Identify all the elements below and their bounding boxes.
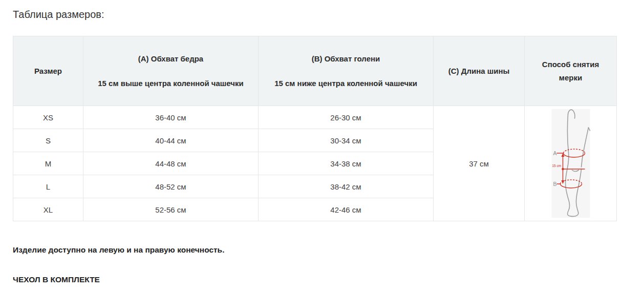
size-table-page: Таблица размеров: Размер (A) Обхват бедр… xyxy=(0,0,644,285)
measurement-diagram-cell: 15 cm A B xyxy=(525,106,617,221)
availability-note: Изделие доступно на левую и на правую ко… xyxy=(13,244,631,256)
distance-label: 15 cm xyxy=(552,164,561,168)
size-cell: XL xyxy=(13,198,83,221)
shin-cell: 30-34 см xyxy=(259,129,434,152)
label-a: A xyxy=(553,150,556,156)
size-table-header: Размер (A) Обхват бедра 15 см выше центр… xyxy=(13,36,617,106)
header-shin-stack: (B) Обхват голени 15 см ниже центра коле… xyxy=(264,54,428,89)
size-table: Размер (A) Обхват бедра 15 см выше центр… xyxy=(13,36,617,221)
shin-cell: 38-42 см xyxy=(259,175,434,198)
thigh-cell: 52-56 см xyxy=(83,198,259,221)
header-thigh-title: (A) Обхват бедра xyxy=(138,54,203,64)
size-cell: M xyxy=(13,152,83,175)
shin-cell: 26-30 см xyxy=(259,106,434,129)
leg-measurement-illustration: 15 cm A B xyxy=(551,109,591,218)
measurement-diagram: 15 cm A B xyxy=(525,109,616,218)
splint-length-cell: 37 см xyxy=(434,106,525,221)
thigh-cell: 36-40 см xyxy=(83,106,259,129)
page-title: Таблица размеров: xyxy=(13,7,631,22)
header-splint-length: (C) Длина шины xyxy=(434,36,525,106)
size-cell: XS xyxy=(13,106,83,129)
thigh-cell: 44-48 см xyxy=(83,152,259,175)
header-measuring-method: Способ снятия мерки xyxy=(525,36,617,106)
thigh-cell: 40-44 см xyxy=(83,129,259,152)
header-size: Размер xyxy=(13,36,83,106)
header-thigh: (A) Обхват бедра 15 см выше центра колен… xyxy=(83,36,259,106)
size-table-body: XS 36-40 см 26-30 см 37 см xyxy=(13,106,617,221)
header-shin: (B) Обхват голени 15 см ниже центра коле… xyxy=(259,36,434,106)
header-shin-subtitle: 15 см ниже центра коленной чашечки xyxy=(274,78,417,89)
header-thigh-subtitle: 15 см выше центра коленной чашечки xyxy=(98,78,244,89)
cover-included-note: ЧЕХОЛ В КОМПЛЕКТЕ xyxy=(13,274,631,285)
header-thigh-stack: (A) Обхват бедра 15 см выше центра колен… xyxy=(89,54,253,89)
thigh-cell: 48-52 см xyxy=(83,175,259,198)
header-shin-title: (B) Обхват голени xyxy=(312,54,380,64)
label-b: B xyxy=(553,181,556,187)
shin-cell: 42-46 см xyxy=(259,198,434,221)
diagram-background xyxy=(551,109,590,218)
size-cell: L xyxy=(13,175,83,198)
size-cell: S xyxy=(13,129,83,152)
header-row: Размер (A) Обхват бедра 15 см выше центр… xyxy=(13,36,617,106)
table-row-xs: XS 36-40 см 26-30 см 37 см xyxy=(13,106,617,129)
shin-cell: 34-38 см xyxy=(259,152,434,175)
